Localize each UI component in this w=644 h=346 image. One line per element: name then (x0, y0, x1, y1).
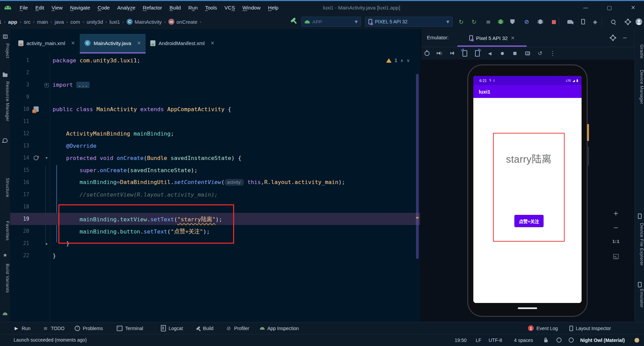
breadcrumb-item-oncreate[interactable]: monCreate (168, 19, 197, 25)
fold-marker[interactable]: ▾ (43, 156, 50, 160)
screenshot-icon[interactable] (525, 50, 530, 57)
back-icon[interactable]: ◀ (487, 50, 493, 57)
next-warning-icon[interactable]: ∨ (406, 58, 410, 63)
stop-icon[interactable]: ■ (550, 18, 558, 26)
breadcrumb-item-main[interactable]: main (37, 19, 48, 25)
menu-navigate[interactable]: Navigate (66, 1, 94, 14)
inspections-widget[interactable]: 1 ∧ ∨ (386, 58, 410, 63)
breadcrumb-item-java[interactable]: java (55, 19, 64, 25)
maximize-button[interactable]: ▢ (603, 1, 616, 15)
apply-code-changes-icon[interactable]: ≡ (484, 18, 492, 26)
breadcrumb-item-src[interactable]: src (24, 19, 31, 25)
stripe-button-device-file-explorer[interactable]: Device File Explorer (635, 223, 644, 266)
related-layout-icon[interactable] (34, 106, 39, 112)
code-line-3[interactable]: 3+import ... (10, 79, 420, 91)
code-line-13[interactable]: 13 @Override (10, 140, 420, 152)
tool-window-button-profiler[interactable]: ⊘Profiler (226, 322, 249, 334)
avd-manager-icon[interactable]: ◈ (591, 18, 599, 26)
tool-window-button-todo[interactable]: ≡TODO (43, 322, 64, 334)
menu-build[interactable]: Build (166, 1, 185, 14)
phone-screen[interactable]: 6:21 S ▯ LTE ◢ ▮ luxi1 starry陆离 点赞+关注 (473, 76, 582, 303)
folded-imports[interactable]: ... (76, 82, 90, 88)
menu-edit[interactable]: Edit (32, 1, 48, 14)
code-line-1[interactable]: 1package com.unity3d.luxi1; (10, 54, 420, 66)
menu-window[interactable]: Window (239, 1, 264, 14)
menu-file[interactable]: File (16, 1, 32, 14)
app-button[interactable]: 点赞+关注 (514, 215, 544, 227)
zoom-reset-button[interactable]: 1:1 (611, 237, 620, 246)
breadcrumb-item-com[interactable]: com (71, 19, 80, 25)
fold-marker[interactable]: + (43, 82, 50, 87)
more-icon[interactable]: ⋮ (550, 50, 555, 57)
tool-window-button-logcat[interactable]: Logcat (161, 322, 183, 334)
favorites-star-icon[interactable]: ★ (2, 252, 8, 258)
attach-debugger-icon[interactable] (508, 18, 516, 26)
breadcrumb-item-app[interactable]: app (8, 19, 17, 25)
stripe-button-structure[interactable]: Structure (0, 178, 10, 197)
stripe-button-emulator[interactable]: Emulator (635, 289, 644, 308)
tool-window-button-problems[interactable]: Problems (75, 322, 103, 334)
code-line-16[interactable]: 16 mainBinding=DataBindingUtil.setConten… (10, 176, 420, 188)
file-encoding[interactable]: UTF-8 (489, 334, 502, 346)
minimize-button[interactable]: — (579, 1, 592, 15)
rerun-icon[interactable]: ↻ (457, 18, 465, 26)
status-circle-icon-2[interactable] (569, 334, 574, 346)
build-hammer-icon[interactable] (290, 17, 296, 22)
code-line-12[interactable]: 12 ActivityMainBinding mainBinding; (10, 127, 420, 140)
caret-position[interactable]: 19:50 (455, 334, 467, 346)
volume-down-icon[interactable] (449, 50, 455, 57)
close-button[interactable]: ✕ (626, 1, 640, 15)
code-line-2[interactable]: 2 (10, 66, 420, 79)
power-icon[interactable] (424, 50, 430, 57)
emulator-settings-gear-icon[interactable] (611, 36, 615, 40)
hide-panel-icon[interactable]: − (623, 35, 627, 41)
tool-window-button-run[interactable]: ▶Run (14, 322, 31, 334)
profile-app-icon[interactable] (536, 18, 544, 26)
menu-help[interactable]: Help (264, 1, 282, 14)
menu-tools[interactable]: Tools (201, 1, 221, 14)
project-view-icon[interactable] (2, 34, 8, 39)
theme-color-dot[interactable] (634, 334, 639, 346)
close-icon[interactable]: ✕ (511, 35, 515, 41)
emulator-strip-icon[interactable] (637, 282, 642, 287)
fold-expand-icon[interactable]: + (44, 83, 49, 87)
rotate-left-icon[interactable]: ↺ (462, 50, 468, 57)
stripe-button-device-manager[interactable]: Device Manager (635, 70, 644, 104)
notifications-bell-icon[interactable] (2, 137, 8, 143)
menu-run[interactable]: Run (185, 1, 202, 14)
zoom-out-button[interactable]: − (611, 223, 620, 232)
zoom-in-button[interactable]: + (611, 209, 620, 218)
close-tab-icon[interactable]: ✕ (71, 40, 75, 46)
tool-window-button-app-inspection[interactable]: App Inspection (260, 322, 299, 334)
tab-activity_main-xml[interactable]: activity_main.xml✕ (14, 34, 80, 54)
line-separator[interactable]: LF (476, 334, 481, 346)
debug-icon[interactable] (496, 18, 505, 26)
menu-analyze[interactable]: Analyze (113, 1, 139, 14)
profiler-icon[interactable]: ⊘ (523, 18, 531, 26)
close-tab-icon[interactable]: ✕ (210, 40, 214, 46)
stripe-button-resource-manager[interactable]: Resource Manager (0, 81, 10, 122)
tab-androidmanifest-xml[interactable]: AndroidManifest.xml✕ (146, 34, 219, 54)
tool-window-button-terminal[interactable]: Terminal (117, 322, 143, 334)
run-configuration-select[interactable]: APP ▼ (301, 17, 361, 27)
stripe-button-gradle[interactable]: Gradle (635, 44, 644, 59)
sync-gradle-icon[interactable] (566, 18, 574, 26)
volume-up-icon[interactable]: ) (437, 50, 442, 57)
code-editor[interactable]: 1package com.unity3d.luxi1;23+import ...… (10, 54, 420, 322)
device-select[interactable]: PIXEL 5 API 32 ▼ (365, 17, 453, 27)
settings-icon[interactable] (624, 18, 632, 26)
device-file-explorer-icon[interactable] (637, 213, 642, 219)
close-tab-icon[interactable]: ✕ (137, 40, 141, 46)
code-line-11[interactable]: 11 (10, 115, 420, 127)
indent-setting[interactable]: 4 spaces (514, 334, 533, 346)
user-avatar-icon[interactable] (635, 18, 643, 26)
menu-refactor[interactable]: Refactor (139, 1, 166, 14)
status-circle-icon-1[interactable] (556, 334, 562, 346)
breadcrumb-item-unity3d[interactable]: unity3d (87, 19, 103, 25)
resource-manager-icon[interactable] (2, 72, 8, 77)
code-line-10[interactable]: 10public class MainActivity extends AppC… (10, 103, 420, 115)
home-icon[interactable]: ● (499, 50, 505, 57)
editor-scrollbar[interactable] (416, 74, 419, 259)
tool-window-button-layout-inspector[interactable]: Layout Inspector (569, 322, 611, 334)
snapshots-icon[interactable]: ↺ (537, 50, 543, 57)
